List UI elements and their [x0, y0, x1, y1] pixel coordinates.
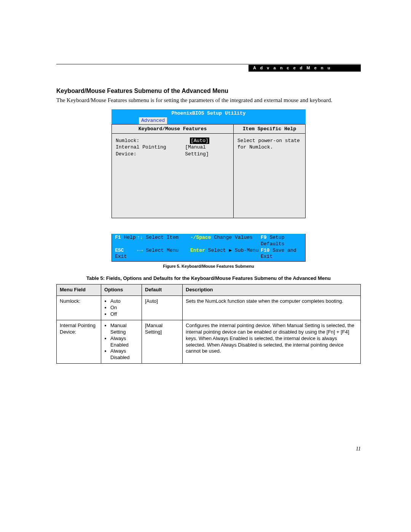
footer-text: Help	[124, 235, 135, 240]
footer-text: Select Item	[146, 235, 178, 240]
bios-title: PhoenixBIOS Setup Utility	[112, 109, 306, 117]
footer-key: Enter	[190, 248, 205, 253]
footer-text: Select ▶ Sub-Menu	[208, 248, 259, 253]
th-default: Default	[142, 284, 183, 296]
th-menu-field: Menu Field	[57, 284, 101, 296]
footer-key: -/Space	[190, 235, 211, 240]
intro-paragraph: The Keyboard/Mouse Features submenu is f…	[56, 97, 361, 104]
option-item: Auto	[110, 298, 139, 305]
bios-item-row: Internal Pointing Device: [Manual Settin…	[116, 144, 229, 157]
bios-help-line: Select power-on state	[237, 137, 301, 144]
option-item: On	[110, 305, 139, 311]
header-bar: A d v a n c e d M e n u	[56, 65, 361, 72]
bios-item-value: [Auto]	[190, 137, 209, 144]
bios-left-header: Keyboard/Mouse Features	[112, 124, 233, 134]
bios-item-label: Internal Pointing Device:	[116, 144, 185, 157]
footer-key: F1	[115, 235, 121, 240]
cell-field: Internal Pointing Device:	[57, 320, 101, 363]
footer-key: ←→	[137, 248, 143, 253]
bios-footer: F1 Help ↑↓ Select Item -/Space Change Va…	[112, 234, 306, 262]
bios-active-tab: Advanced	[139, 117, 167, 124]
table-row: Numlock: Auto On Off [Auto] Sets the Num…	[57, 296, 361, 320]
option-item: Off	[110, 311, 139, 318]
cell-options: Auto On Off	[101, 296, 142, 320]
page-number: 11	[356, 446, 361, 452]
footer-text: Change Values	[214, 235, 252, 240]
section-heading: Keyboard/Mouse Features Submenu of the A…	[56, 88, 361, 94]
bios-menu-bar: Advanced	[112, 117, 306, 124]
reference-table: Menu Field Options Default Description N…	[56, 284, 361, 364]
cell-field: Numlock:	[57, 296, 101, 320]
option-item: Manual Setting	[110, 323, 139, 335]
th-desc: Description	[183, 284, 361, 296]
option-item: Always Enabled	[110, 335, 139, 348]
bios-item-label: Numlock:	[116, 137, 190, 144]
cell-desc: Configures the internal pointing device.…	[183, 320, 361, 363]
th-options: Options	[101, 284, 142, 296]
cell-default: [Auto]	[142, 296, 183, 320]
bios-item-value: [Manual Setting]	[185, 144, 229, 157]
footer-key: ↑↓	[137, 235, 143, 240]
bios-help-line: for Numlock.	[237, 144, 301, 151]
section-banner: A d v a n c e d M e n u	[249, 65, 361, 72]
bios-item-row: Numlock: [Auto]	[116, 137, 229, 144]
footer-key: F10	[261, 248, 269, 253]
figure-caption: Figure 5. Keyboard/Mouse Features Submen…	[56, 264, 361, 268]
footer-key: ESC	[115, 248, 124, 253]
footer-key: F9	[261, 235, 267, 240]
bios-right-body: Select power-on state for Numlock.	[233, 134, 306, 218]
bios-right-header: Item Specific Help	[233, 124, 306, 134]
cell-options: Manual Setting Always Enabled Always Dis…	[101, 320, 142, 363]
footer-text: Select Menu	[146, 248, 178, 253]
cell-desc: Sets the NumLock function state when the…	[183, 296, 361, 320]
bios-screenshot: PhoenixBIOS Setup Utility Advanced Keybo…	[112, 109, 306, 262]
option-item: Always Disabled	[110, 348, 139, 361]
table-row: Internal Pointing Device: Manual Setting…	[57, 320, 361, 363]
table-caption: Table 5: Fields, Options and Defaults fo…	[56, 275, 361, 281]
footer-text: Exit	[115, 254, 127, 259]
bios-left-body: Numlock: [Auto] Internal Pointing Device…	[112, 134, 233, 218]
cell-default: [Manual Setting]	[142, 320, 183, 363]
